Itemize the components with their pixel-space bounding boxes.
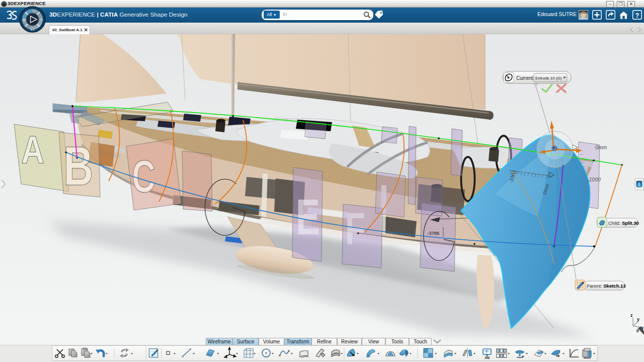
svg-text:B: B — [63, 135, 94, 197]
svg-text:Current:: Current: — [516, 75, 534, 81]
svg-text:0mm: 0mm — [595, 144, 607, 150]
svg-text:A: A — [21, 128, 44, 171]
svg-text:z: z — [630, 313, 633, 318]
svg-text:Child: Split.30: Child: Split.30 — [608, 220, 639, 226]
svg-text:Parent: Sketch.13: Parent: Sketch.13 — [587, 283, 626, 289]
svg-text:-1000: -1000 — [587, 176, 601, 183]
svg-text:Extrude.10 (G): Extrude.10 (G) — [535, 76, 562, 80]
svg-text:V+: V+ — [40, 19, 43, 21]
svg-text:3D: 3D — [23, 19, 26, 21]
svg-text:?: ? — [635, 12, 639, 19]
svg-text:y: y — [637, 317, 639, 322]
svg-text:C: C — [132, 151, 155, 202]
svg-text:XN: XN — [484, 356, 490, 359]
svg-text:-3785: -3785 — [427, 230, 439, 236]
svg-text:6.1: 6.1 — [31, 28, 34, 31]
svg-text:E: E — [296, 189, 320, 244]
